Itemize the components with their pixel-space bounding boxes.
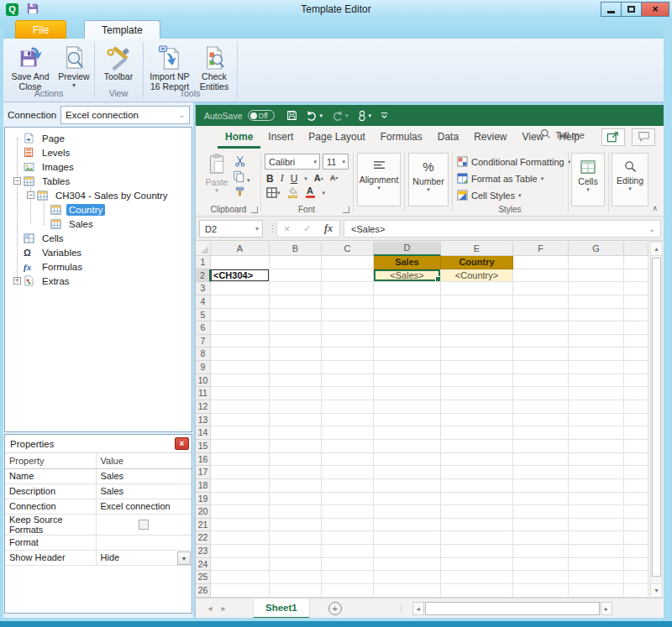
confirm-entry-icon[interactable]: ✓	[303, 223, 311, 234]
font-size-select[interactable]: 11 ▾	[323, 154, 349, 170]
grid-cell[interactable]	[322, 545, 374, 558]
clipboard-dialog-launcher-icon[interactable]	[251, 206, 258, 213]
grid-cell[interactable]	[513, 374, 569, 388]
grid-cell[interactable]	[624, 505, 648, 519]
grid-cell[interactable]	[513, 282, 569, 295]
grid-cell[interactable]	[569, 519, 624, 532]
grid-cell[interactable]	[211, 321, 270, 335]
grid-cell[interactable]	[374, 584, 441, 598]
cells-button[interactable]: Cells ▾	[571, 153, 605, 206]
grid-cell[interactable]	[374, 400, 441, 414]
tree-item-images[interactable]: Images	[5, 159, 192, 174]
grid-cell[interactable]	[513, 387, 569, 400]
row-header-12[interactable]: 12	[196, 400, 211, 414]
row-header-13[interactable]: 13	[196, 414, 211, 427]
grid-cell[interactable]	[211, 519, 270, 532]
grid-cell[interactable]	[374, 361, 441, 374]
grid-cell[interactable]	[211, 335, 270, 348]
minimize-button[interactable]	[601, 2, 622, 17]
excel-tab-page-layout[interactable]: Page Layout	[301, 126, 372, 149]
tree-item-formulas[interactable]: fxFormulas	[5, 259, 192, 274]
tree-item-cells[interactable]: Cells	[5, 231, 192, 245]
grid-cell[interactable]	[374, 335, 441, 348]
grid-cell[interactable]	[374, 519, 441, 532]
scroll-right-icon[interactable]: ▸	[601, 602, 612, 615]
grid-cell[interactable]	[322, 426, 374, 440]
paste-button[interactable]: Paste ▾	[202, 154, 231, 194]
grid-cell[interactable]	[513, 519, 569, 532]
tell-me-box[interactable]: Tell me	[540, 128, 585, 141]
grid-cell[interactable]	[270, 387, 322, 400]
grid-cell[interactable]	[211, 426, 270, 440]
grid-cell[interactable]	[322, 531, 374, 545]
grid-cell[interactable]	[322, 347, 374, 361]
import-np-16-report-button[interactable]: Import NP 16 Report	[146, 42, 193, 91]
column-header-D[interactable]: D	[374, 242, 441, 256]
grid-cell[interactable]	[322, 584, 374, 598]
maximize-button[interactable]	[621, 2, 642, 17]
grow-font-button[interactable]: A▴	[314, 175, 323, 182]
grid-cell[interactable]	[211, 387, 270, 400]
property-value-cell[interactable]	[96, 535, 192, 550]
property-value-cell[interactable]: Hide▾	[96, 550, 192, 565]
grid-cell[interactable]	[624, 347, 648, 361]
grid-cell[interactable]	[441, 282, 513, 295]
grid-cell[interactable]	[270, 519, 322, 532]
tab-file[interactable]: File	[15, 20, 66, 39]
collapse-node-icon[interactable]: −	[13, 177, 21, 185]
grid-cell[interactable]	[374, 571, 441, 584]
grid-cell[interactable]	[624, 519, 648, 532]
sheet-tab-sheet1[interactable]: Sheet1	[253, 598, 310, 619]
grid-cell[interactable]	[624, 571, 648, 584]
grid-cell[interactable]	[441, 347, 513, 361]
spreadsheet-grid[interactable]: ABCDEFG1SalesCountry2<CH304><Sales><Coun…	[196, 242, 648, 598]
grid-cell[interactable]	[513, 347, 569, 361]
grid-cell[interactable]	[513, 545, 569, 558]
grid-cell[interactable]	[270, 545, 322, 558]
grid-cell[interactable]	[513, 321, 569, 335]
cell-D2[interactable]: <Sales>	[374, 269, 441, 283]
grid-cell[interactable]	[569, 571, 624, 584]
cell-E1[interactable]: Country	[441, 256, 513, 269]
column-header-A[interactable]: A	[211, 242, 270, 256]
next-sheet-icon[interactable]: ▸	[218, 603, 229, 613]
grid-cell[interactable]	[211, 374, 270, 388]
tree-item-variables[interactable]: ΩVariables	[5, 245, 192, 259]
grid-cell[interactable]	[441, 361, 513, 374]
grid-cell[interactable]	[270, 414, 322, 427]
grid-cell[interactable]	[270, 282, 322, 295]
grid-cell[interactable]	[441, 400, 513, 414]
connection-select[interactable]: Excel connection ⌄	[60, 106, 190, 124]
row-header-11[interactable]: 11	[196, 387, 211, 400]
row-header-8[interactable]: 8	[196, 347, 211, 361]
share-button[interactable]	[601, 128, 625, 146]
row-header-2[interactable]: 2	[196, 269, 211, 283]
property-value-cell[interactable]	[96, 514, 192, 535]
row-header-23[interactable]: 23	[196, 545, 211, 558]
grid-cell[interactable]	[624, 295, 648, 309]
grid-cell[interactable]	[211, 505, 270, 519]
grid-cell[interactable]	[569, 269, 624, 283]
grid-cell[interactable]	[211, 531, 270, 545]
grid-cell[interactable]	[513, 505, 569, 519]
grid-cell[interactable]	[374, 347, 441, 361]
row-header-5[interactable]: 5	[196, 309, 211, 322]
italic-button[interactable]: I	[281, 172, 284, 185]
grid-cell[interactable]	[441, 426, 513, 440]
row-header-22[interactable]: 22	[196, 531, 211, 545]
grid-cell[interactable]	[441, 335, 513, 348]
grid-cell[interactable]	[441, 295, 513, 309]
grid-cell[interactable]	[441, 440, 513, 453]
grid-cell[interactable]	[441, 453, 513, 467]
grid-cell[interactable]	[624, 374, 648, 388]
close-button[interactable]: ×	[641, 2, 669, 17]
grid-cell[interactable]	[270, 321, 322, 335]
grid-cell[interactable]	[322, 519, 374, 532]
check-entities-button[interactable]: Check Entities	[195, 42, 234, 91]
grid-cell[interactable]	[441, 505, 513, 519]
grid-cell[interactable]	[270, 584, 322, 598]
property-value-cell[interactable]: Sales	[96, 468, 192, 483]
grid-cell[interactable]	[270, 374, 322, 388]
grid-cell[interactable]	[513, 453, 569, 467]
grid-cell[interactable]	[569, 493, 624, 506]
